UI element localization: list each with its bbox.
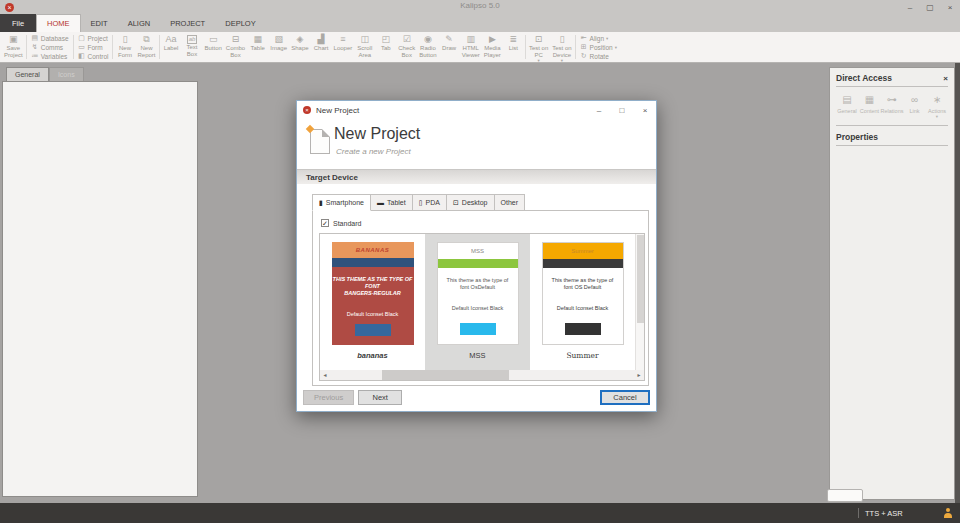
left-tab-general[interactable]: General	[6, 67, 49, 81]
ribbon-button-label[interactable]: AaLabel	[161, 33, 182, 61]
scroll-right-icon[interactable]: ►	[634, 372, 644, 378]
ribbon-button-control[interactable]: ◧Control	[78, 52, 109, 60]
shape-icon: ◈	[296, 34, 303, 45]
content-icon: ▦	[865, 94, 874, 106]
test-on-device-icon: ▯	[559, 34, 564, 45]
theme-card-bananas[interactable]: BANANASTHIS THEME AS THE TYPE OF FONTBAN…	[320, 234, 425, 370]
application-window: × Kalipso 5.0 – ▢ × FileHOMEEDITALIGNPRO…	[0, 0, 960, 523]
relations-icon: ⊶	[887, 94, 897, 106]
direct-access-relations[interactable]: ⊶Relations	[881, 94, 903, 119]
direct-access-link[interactable]: ∞Link	[904, 94, 926, 119]
ribbon-button-comms[interactable]: ↯Comms	[31, 43, 69, 51]
theme-preview-band	[438, 259, 518, 268]
vertical-scrollbar[interactable]	[635, 234, 644, 370]
dialog-maximize-button[interactable]: □	[617, 106, 627, 115]
device-tab-tablet[interactable]: ▬Tablet	[371, 194, 413, 211]
horizontal-scrollbar-thumb[interactable]	[382, 370, 510, 380]
restore-button[interactable]: ▢	[924, 3, 936, 12]
theme-preview-band	[543, 259, 623, 268]
ribbon-tab-file[interactable]: File	[0, 14, 36, 32]
ribbon-button-test-on-pc[interactable]: ⊡Test onPC▾	[527, 33, 550, 61]
standard-checkbox-label: Standard	[333, 220, 361, 227]
scroll-left-icon[interactable]: ◄	[320, 372, 330, 378]
ribbon-button-radio-button[interactable]: ◉RadioButton	[417, 33, 438, 61]
direct-access-general[interactable]: ▤General	[836, 94, 858, 119]
horizontal-scrollbar-track[interactable]	[330, 370, 634, 380]
window-titlebar[interactable]: × Kalipso 5.0 – ▢ ×	[0, 0, 960, 14]
status-bar: TTS + ASR	[0, 503, 960, 523]
ribbon-button-project[interactable]: ▢Project	[78, 34, 109, 42]
theme-card-mss[interactable]: MSSThis theme as the type offont OsDefau…	[425, 234, 530, 370]
ribbon-button-html-viewer[interactable]: ▥HTMLViewer	[460, 33, 482, 61]
ribbon-button-test-on-device[interactable]: ▯Test onDevice▾	[550, 33, 573, 61]
ribbon-tab-home[interactable]: HOME	[36, 14, 81, 32]
ribbon-button-scroll-area[interactable]: ◫ScrollArea	[354, 33, 375, 61]
ribbon-button-check-box[interactable]: ☑CheckBox	[396, 33, 417, 61]
ribbon-button-combo-box[interactable]: ⊟ComboBox	[224, 33, 247, 61]
dialog-button-row: PreviousNextCancel	[297, 390, 656, 405]
direct-access-label: Link	[909, 108, 919, 114]
ribbon-button-rotate[interactable]: ↻Rotate	[580, 52, 617, 60]
device-tab-pda[interactable]: ▯PDA	[413, 194, 447, 211]
ribbon-button-chart[interactable]: ▟Chart	[311, 33, 332, 61]
theme-card-summer[interactable]: SummerThis theme as the type offont OS D…	[530, 234, 635, 370]
ribbon-button-table[interactable]: ▦Table	[247, 33, 268, 61]
standard-checkbox-row[interactable]: ✓ Standard	[321, 219, 361, 227]
ribbon-button-save-project[interactable]: ▣SaveProject	[2, 33, 25, 61]
theme-listbox: BANANASTHIS THEME AS THE TYPE OF FONTBAN…	[319, 233, 645, 381]
dialog-titlebar[interactable]: × New Project – □ ×	[297, 101, 656, 119]
ribbon-button-button[interactable]: ▭Button	[203, 33, 224, 61]
window-edge	[955, 63, 960, 503]
direct-access-actions[interactable]: ∗Actions▾	[926, 94, 948, 119]
ribbon-button-variables[interactable]: ≔Variables	[31, 52, 69, 60]
direct-access-label: Content	[860, 108, 879, 114]
theme-preview: SummerThis theme as the type offont OS D…	[542, 242, 624, 345]
ribbon-button-draw[interactable]: ✎Draw	[439, 33, 460, 61]
theme-description: This theme as the type offont OS Default	[552, 277, 614, 291]
dialog-minimize-button[interactable]: –	[594, 106, 604, 115]
ribbon-button-database[interactable]: ▤Database	[31, 34, 69, 42]
text-box-icon: ab	[187, 35, 198, 44]
ribbon-button-new-report[interactable]: ⧉NewReport	[135, 33, 157, 61]
theme-list: BANANASTHIS THEME AS THE TYPE OF FONTBAN…	[320, 234, 635, 370]
ribbon-button-position[interactable]: ⊞Position▾	[580, 43, 617, 51]
panel-close-icon[interactable]: ×	[943, 74, 948, 83]
dropdown-caret-icon: ▾	[606, 36, 608, 41]
ribbon-tab-align[interactable]: ALIGN	[118, 14, 161, 32]
theme-preview-header: MSS	[438, 243, 518, 259]
close-button[interactable]: ×	[944, 3, 956, 12]
theme-description: THIS THEME AS THE TYPE OF FONTBANGERS-RE…	[332, 276, 414, 297]
ribbon-button-looper[interactable]: ≡Looper	[332, 33, 355, 61]
device-tab-desktop[interactable]: ⊡Desktop	[447, 194, 495, 211]
vertical-scrollbar-thumb[interactable]	[637, 235, 644, 323]
cancel-button[interactable]: Cancel	[600, 390, 650, 405]
ribbon-button-media-player[interactable]: ▶MediaPlayer	[482, 33, 503, 61]
ribbon-button-label: Control	[88, 53, 109, 60]
left-panel-canvas[interactable]	[2, 81, 198, 497]
minimize-button[interactable]: –	[904, 3, 916, 12]
ribbon-button-label: Button	[205, 45, 222, 52]
ribbon-button-tab[interactable]: ◰Tab	[375, 33, 396, 61]
ribbon-button-list[interactable]: ≣List	[503, 33, 524, 61]
ribbon-button-shape[interactable]: ◈Shape	[289, 33, 310, 61]
ribbon-button-text-box[interactable]: abTextBox	[182, 33, 203, 61]
dialog-close-button[interactable]: ×	[640, 106, 650, 115]
ribbon-tab-deploy[interactable]: DEPLOY	[215, 14, 265, 32]
ribbon-button-label: Test onDevice▾	[552, 45, 571, 63]
ribbon-button-image[interactable]: ▧Image	[268, 33, 289, 61]
standard-checkbox[interactable]: ✓	[321, 219, 329, 227]
horizontal-scrollbar[interactable]: ◄ ►	[320, 370, 644, 380]
device-tab-smartphone[interactable]: ▮Smartphone	[312, 194, 371, 211]
ribbon-tab-project[interactable]: PROJECT	[160, 14, 215, 32]
ribbon-button-new-form[interactable]: ▯NewForm	[114, 33, 135, 61]
ribbon-tab-edit[interactable]: EDIT	[81, 14, 118, 32]
user-account-icon[interactable]	[943, 508, 953, 518]
direct-access-content[interactable]: ▦Content	[859, 94, 881, 119]
ribbon-button-form[interactable]: ▭Form	[78, 43, 109, 51]
device-tab-other[interactable]: Other	[495, 194, 526, 211]
left-tab-icons[interactable]: Icons	[49, 67, 84, 81]
ribbon-button-label: ScrollArea	[357, 45, 372, 58]
next-button[interactable]: Next	[358, 390, 402, 405]
ribbon-button-align[interactable]: ⇤Align▾	[580, 34, 617, 42]
theme-name-label: MSS	[469, 351, 485, 360]
